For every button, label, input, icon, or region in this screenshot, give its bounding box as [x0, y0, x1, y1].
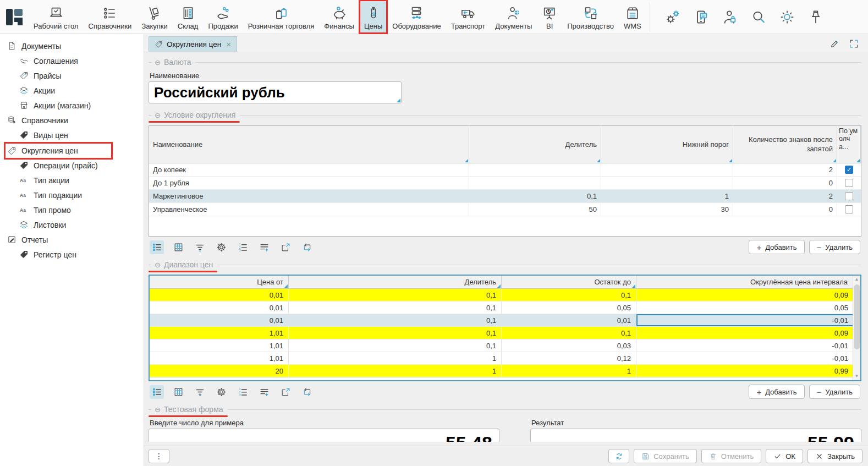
table-row[interactable]: 0,010,10,01-0,01: [150, 314, 860, 327]
nav-item-wms[interactable]: WMS: [619, 0, 646, 34]
refresh-button[interactable]: [608, 449, 629, 463]
sidebar-section-отчеты[interactable]: Отчеты: [0, 232, 144, 247]
table-cell[interactable]: Маркетинговое: [149, 190, 469, 202]
table-row[interactable]: Маркетинговое0,112: [149, 190, 861, 203]
column-header[interactable]: Делитель: [289, 276, 502, 289]
collapse-icon[interactable]: ⊖: [155, 112, 161, 119]
table-cell[interactable]: -0,01: [636, 339, 860, 352]
table-cell[interactable]: 0,1: [469, 190, 601, 202]
add-row-button[interactable]: +Добавить: [749, 240, 804, 254]
table-cell[interactable]: [469, 177, 601, 189]
scroll-down-arrow[interactable]: ▼: [855, 372, 859, 380]
save-button[interactable]: Сохранить: [634, 449, 697, 463]
table-cell[interactable]: 0,1: [289, 327, 502, 339]
table-cell[interactable]: [601, 163, 733, 176]
table-row[interactable]: 1,010,10,03-0,01: [150, 339, 860, 352]
table-cell[interactable]: 0,1: [289, 339, 502, 352]
sidebar-item-тип-подакции[interactable]: Тип подакции: [0, 188, 144, 202]
table-cell[interactable]: [601, 177, 733, 189]
fullscreen-icon[interactable]: [849, 39, 859, 49]
app-logo[interactable]: [0, 0, 29, 34]
table-row[interactable]: 20110,99: [150, 365, 860, 377]
sidebar-item-акции[interactable]: Акции: [0, 83, 144, 98]
settings-gears-icon[interactable]: [664, 9, 681, 25]
sidebar-item-операции-прайс-[interactable]: Операции (прайс): [0, 158, 144, 173]
column-header[interactable]: Цена от: [150, 276, 289, 289]
view-list-button[interactable]: [150, 240, 164, 254]
table-cell[interactable]: 2: [733, 163, 837, 176]
open-external-button[interactable]: [278, 385, 293, 399]
table-row[interactable]: Управленческое50300: [149, 203, 861, 216]
sidebar-section-справочники[interactable]: Справочники: [0, 113, 144, 128]
numbered-list-button[interactable]: [235, 385, 250, 399]
table-cell[interactable]: ✓: [837, 163, 861, 176]
sidebar-item-округления-цен[interactable]: Округления цен: [4, 142, 112, 159]
pin-icon[interactable]: [807, 9, 824, 25]
nav-item-склад[interactable]: Склад: [173, 0, 204, 34]
table-cell[interactable]: 20: [150, 365, 289, 377]
table-cell[interactable]: 1: [289, 365, 502, 377]
nav-item-транспорт[interactable]: Транспорт: [446, 0, 491, 34]
table-cell[interactable]: До копеек: [149, 163, 469, 176]
open-external-button[interactable]: [278, 240, 293, 254]
sidebar-item-виды-цен[interactable]: Виды цен: [0, 128, 144, 142]
numbered-list-button[interactable]: [235, 240, 250, 254]
collapse-icon[interactable]: ⊖: [155, 406, 161, 413]
column-header[interactable]: По умолча...: [837, 126, 861, 163]
test-number-input[interactable]: 55,48: [149, 429, 499, 442]
filter-button[interactable]: [193, 385, 207, 399]
table-cell[interactable]: 0,1: [289, 314, 502, 326]
tab-okrugleniya-cen[interactable]: Округления цен ×: [149, 36, 237, 52]
table-row[interactable]: До 1 рубля0: [149, 177, 861, 190]
add-row-button[interactable]: +Добавить: [749, 385, 804, 399]
table-cell[interactable]: 0,99: [636, 365, 860, 377]
delete-row-button[interactable]: −Удалить: [809, 385, 860, 399]
nav-item-продажи[interactable]: Продажи: [203, 0, 243, 34]
table-row[interactable]: 0,010,10,050,05: [150, 301, 860, 314]
search-icon[interactable]: [750, 9, 767, 25]
table-cell[interactable]: 1,01: [150, 327, 289, 339]
table-cell[interactable]: 0,09: [636, 289, 860, 301]
refresh-cycle-button[interactable]: [300, 385, 314, 399]
nav-item-производство[interactable]: Производство: [562, 0, 619, 34]
vertical-scrollbar[interactable]: ▲▼: [853, 276, 860, 380]
sidebar-item-акции-магазин-[interactable]: Акции (магазин): [0, 98, 144, 113]
brightness-icon[interactable]: [779, 9, 795, 25]
ok-button[interactable]: ОК: [766, 449, 803, 463]
table-cell[interactable]: -0,01: [636, 352, 860, 364]
sidebar-item-соглашения[interactable]: Соглашения: [0, 53, 144, 68]
sidebar-item-тип-промо[interactable]: Тип промо: [0, 202, 144, 217]
table-cell[interactable]: [837, 190, 861, 202]
default-checkbox[interactable]: [845, 205, 853, 213]
gear-button[interactable]: [214, 385, 228, 399]
sidebar-item-регистр-цен[interactable]: Регистр цен: [0, 247, 144, 262]
table-cell[interactable]: 0: [733, 203, 837, 216]
nav-item-рабочий-стол[interactable]: Рабочий стол: [29, 0, 84, 34]
more-options-button[interactable]: ⋮: [149, 449, 169, 463]
table-cell[interactable]: До 1 рубля: [149, 177, 469, 189]
table-row[interactable]: 0,010,10,10,09: [150, 289, 860, 301]
nav-item-справочники[interactable]: Справочники: [84, 0, 137, 34]
filter-button[interactable]: [193, 240, 207, 254]
table-cell[interactable]: 0,03: [502, 339, 636, 352]
close-button[interactable]: Закрыть: [807, 449, 862, 463]
add-row-button[interactable]: [257, 240, 271, 254]
nav-item-оборудование[interactable]: Оборудование: [387, 0, 446, 34]
table-cell[interactable]: 0,1: [289, 301, 502, 314]
nav-item-bi[interactable]: BI: [537, 0, 562, 34]
sidebar-item-листовки[interactable]: Листовки: [0, 217, 144, 232]
edit-pencil-icon[interactable]: [829, 39, 840, 49]
column-header[interactable]: Делитель: [469, 126, 601, 163]
table-cell[interactable]: 0,01: [502, 314, 636, 326]
nav-item-розничная-торговля[interactable]: Розничная торговля: [243, 0, 320, 34]
column-header[interactable]: Наименование: [149, 126, 469, 163]
default-checkbox[interactable]: ✓: [845, 166, 853, 174]
tab-close-icon[interactable]: ×: [226, 40, 231, 49]
default-checkbox[interactable]: [845, 192, 853, 200]
table-cell[interactable]: 50: [469, 203, 601, 216]
table-row[interactable]: До копеек2✓: [149, 163, 861, 177]
grid-button[interactable]: [171, 240, 185, 254]
table-cell[interactable]: [837, 203, 861, 216]
table-cell[interactable]: -0,01: [636, 314, 860, 326]
grid-button[interactable]: [171, 385, 185, 399]
